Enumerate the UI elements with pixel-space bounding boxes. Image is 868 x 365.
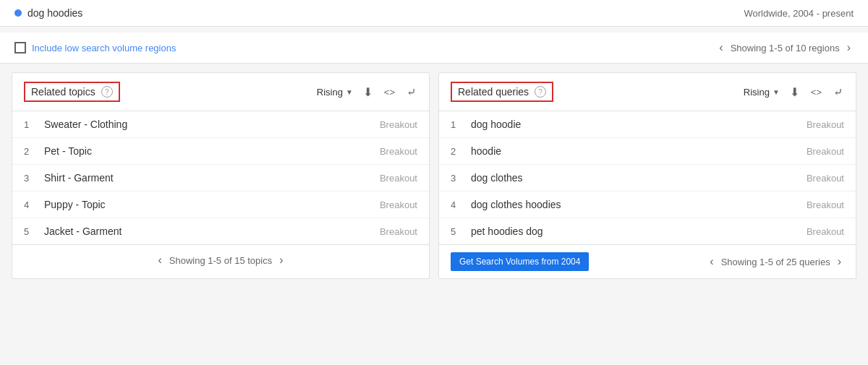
- topics-embed-icon[interactable]: <>: [383, 85, 396, 99]
- table-row: 2 Pet - Topic Breakout: [12, 138, 429, 165]
- table-row: 4 Puppy - Topic Breakout: [12, 192, 429, 218]
- row-label: hoodie: [465, 145, 807, 157]
- blue-dot-icon: [14, 9, 22, 17]
- row-badge: Breakout: [807, 173, 844, 184]
- low-volume-checkbox[interactable]: Include low search volume regions: [14, 42, 176, 53]
- related-topics-footer: ‹ Showing 1-5 of 15 topics ›: [12, 244, 429, 275]
- related-topics-header: Related topics ? Rising ▼ ⬇ <> ⤶: [12, 73, 429, 111]
- queries-download-icon[interactable]: ⬇: [788, 84, 801, 100]
- row-badge: Breakout: [807, 199, 844, 210]
- row-number: 5: [451, 226, 465, 237]
- related-queries-title-area: Related queries ?: [451, 82, 553, 102]
- row-label: Jacket - Garment: [38, 226, 380, 237]
- row-number: 3: [451, 173, 465, 184]
- related-topics-controls: Rising ▼ ⬇ <> ⤶: [317, 84, 417, 100]
- table-row: 1 Sweater - Clothing Breakout: [12, 111, 429, 138]
- related-queries-help-icon[interactable]: ?: [535, 86, 546, 98]
- queries-pagination-text: Showing 1-5 of 25 queries: [721, 257, 830, 267]
- queries-sort-dropdown[interactable]: Rising ▼: [744, 87, 780, 98]
- topics-pagination-text: Showing 1-5 of 15 topics: [169, 255, 272, 266]
- topics-next-button[interactable]: ›: [276, 252, 286, 268]
- row-label: Shirt - Garment: [38, 172, 380, 184]
- queries-pagination: ‹ Showing 1-5 of 25 queries ›: [707, 254, 844, 270]
- row-label: dog clothes hoodies: [465, 199, 807, 210]
- row-number: 1: [24, 119, 38, 130]
- row-number: 4: [451, 199, 465, 210]
- search-term-label: dog hoodies: [27, 7, 82, 19]
- row-badge: Breakout: [380, 119, 417, 130]
- row-label: pet hoodies dog: [465, 226, 807, 237]
- row-number: 2: [24, 146, 38, 157]
- row-number: 3: [24, 173, 38, 184]
- get-volumes-button[interactable]: Get Search Volumes from 2004: [451, 252, 589, 271]
- related-topics-panel: Related topics ? Rising ▼ ⬇ <> ⤶ 1 Sweat…: [12, 72, 430, 279]
- regions-next-button[interactable]: ›: [844, 40, 854, 56]
- row-label: dog clothes: [465, 172, 807, 184]
- related-topics-table: 1 Sweater - Clothing Breakout 2 Pet - To…: [12, 111, 429, 244]
- table-row: 1 dog hoodie Breakout: [439, 111, 856, 138]
- related-queries-header: Related queries ? Rising ▼ ⬇ <> ⤶: [439, 73, 856, 111]
- regions-pagination: ‹ Showing 1-5 of 10 regions ›: [716, 40, 854, 56]
- related-queries-controls: Rising ▼ ⬇ <> ⤶: [744, 84, 844, 100]
- row-number: 2: [451, 146, 465, 157]
- related-topics-help-icon[interactable]: ?: [101, 86, 113, 98]
- related-queries-title: Related queries: [458, 86, 529, 98]
- queries-prev-button[interactable]: ‹: [707, 254, 716, 270]
- row-label: dog hoodie: [465, 119, 807, 130]
- row-badge: Breakout: [380, 226, 417, 237]
- table-row: 4 dog clothes hoodies Breakout: [439, 192, 856, 218]
- queries-next-button[interactable]: ›: [835, 254, 844, 270]
- table-row: 3 dog clothes Breakout: [439, 165, 856, 192]
- row-badge: Breakout: [807, 119, 844, 130]
- row-badge: Breakout: [380, 173, 417, 184]
- queries-sort-arrow-icon: ▼: [773, 88, 780, 96]
- checkbox-label: Include low search volume regions: [32, 43, 176, 53]
- topics-sort-arrow-icon: ▼: [346, 88, 353, 96]
- related-topics-title-area: Related topics ?: [24, 82, 120, 102]
- scope-label: Worldwide, 2004 - present: [744, 8, 854, 19]
- row-label: Puppy - Topic: [38, 199, 380, 210]
- table-row: 2 hoodie Breakout: [439, 138, 856, 165]
- topics-share-icon[interactable]: ⤶: [405, 84, 417, 100]
- row-label: Pet - Topic: [38, 145, 380, 157]
- related-queries-panel: Related queries ? Rising ▼ ⬇ <> ⤶ 1 dog …: [438, 72, 856, 279]
- queries-embed-icon[interactable]: <>: [809, 85, 823, 99]
- row-number: 1: [451, 119, 465, 130]
- topics-download-icon[interactable]: ⬇: [362, 84, 374, 100]
- row-badge: Breakout: [380, 199, 417, 210]
- checkbox-box[interactable]: [14, 42, 26, 53]
- queries-share-icon[interactable]: ⤶: [832, 84, 844, 100]
- main-content: Related topics ? Rising ▼ ⬇ <> ⤶ 1 Sweat…: [0, 64, 868, 288]
- filter-bar: Include low search volume regions ‹ Show…: [0, 33, 868, 64]
- related-queries-table: 1 dog hoodie Breakout 2 hoodie Breakout …: [439, 111, 856, 244]
- row-badge: Breakout: [380, 146, 417, 157]
- header-left: dog hoodies: [14, 7, 82, 19]
- related-topics-title: Related topics: [31, 86, 95, 98]
- table-row: 3 Shirt - Garment Breakout: [12, 165, 429, 192]
- table-row: 5 Jacket - Garment Breakout: [12, 218, 429, 244]
- related-queries-footer: Get Search Volumes from 2004 ‹ Showing 1…: [439, 244, 856, 278]
- regions-prev-button[interactable]: ‹: [716, 40, 726, 56]
- queries-sort-label: Rising: [744, 87, 770, 98]
- regions-pagination-text: Showing 1-5 of 10 regions: [731, 43, 840, 53]
- topics-prev-button[interactable]: ‹: [155, 252, 164, 268]
- row-badge: Breakout: [807, 226, 844, 237]
- row-number: 5: [24, 226, 38, 237]
- header-bar: dog hoodies Worldwide, 2004 - present: [0, 0, 868, 27]
- row-number: 4: [24, 199, 38, 210]
- topics-sort-label: Rising: [317, 87, 343, 98]
- table-row: 5 pet hoodies dog Breakout: [439, 218, 856, 244]
- topics-sort-dropdown[interactable]: Rising ▼: [317, 87, 353, 98]
- row-badge: Breakout: [807, 146, 844, 157]
- row-label: Sweater - Clothing: [38, 119, 380, 130]
